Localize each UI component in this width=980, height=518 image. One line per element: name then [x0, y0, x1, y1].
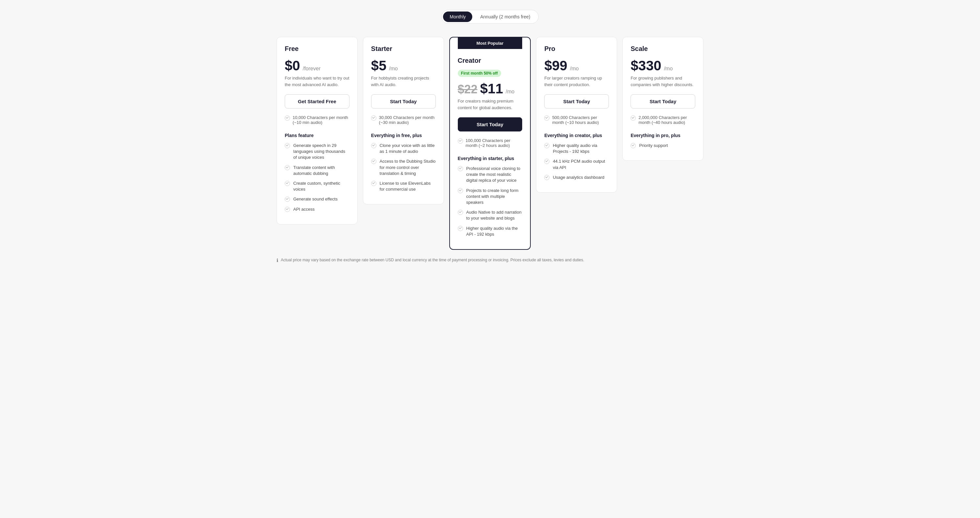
feature-check-starter-1 [371, 159, 376, 164]
price-original-creator: $22 [458, 83, 477, 96]
price-row-scale: $330/mo [630, 58, 695, 73]
plan-card-creator: Most PopularCreatorFirst month 50% off$2… [449, 37, 531, 250]
info-icon: ℹ [277, 258, 278, 263]
footnote: ℹ Actual price may vary based on the exc… [277, 258, 703, 263]
feature-item-pro-2: Usage analytics dashboard [544, 175, 609, 180]
feature-item-free-0: Generate speech in 29 languages using th… [285, 143, 350, 161]
characters-text-creator: 100,000 Characters per month (~2 hours a… [466, 138, 522, 148]
feature-check-pro-0 [544, 143, 549, 148]
feature-item-creator-2: Audio Native to add narration to your we… [458, 209, 522, 221]
plans-grid: Free$0/foreverFor individuals who want t… [277, 37, 703, 250]
feature-text-starter-2: License to use ElevenLabs for commercial… [380, 180, 436, 192]
feature-item-creator-3: Higher quality audio via the API - 192 k… [458, 225, 522, 237]
features-heading-free: Plans feature [285, 133, 350, 138]
price-period-free: /forever [303, 66, 321, 72]
plan-desc-scale: For growing publishers and companies wit… [630, 75, 695, 88]
price-creator: $11 [480, 81, 503, 97]
annually-toggle-btn[interactable]: Annually (2 months free) [474, 11, 537, 22]
plan-desc-free: For individuals who want to try out the … [285, 75, 350, 88]
feature-check-creator-0 [458, 166, 463, 171]
features-heading-creator: Everything in starter, plus [458, 156, 522, 161]
feature-item-pro-1: 44.1 kHz PCM audio output via API [544, 158, 609, 170]
feature-item-free-1: Translate content with automatic dubbing [285, 165, 350, 177]
feature-item-free-2: Create custom, synthetic voices [285, 180, 350, 192]
feature-text-free-2: Create custom, synthetic voices [293, 180, 350, 192]
feature-text-scale-0: Priority support [639, 143, 668, 148]
feature-item-starter-1: Access to the Dubbing Studio for more co… [371, 158, 436, 177]
characters-info-free: 10,000 Characters per month (~10 min aud… [285, 115, 350, 125]
feature-text-pro-2: Usage analytics dashboard [553, 175, 604, 180]
feature-text-free-0: Generate speech in 29 languages using th… [293, 143, 350, 161]
feature-text-starter-0: Clone your voice with as little as 1 min… [380, 143, 436, 155]
feature-check-creator-2 [458, 210, 463, 215]
plan-name-free: Free [285, 45, 350, 53]
plan-name-scale: Scale [630, 45, 695, 53]
cta-btn-free[interactable]: Get Started Free [285, 94, 350, 108]
feature-check-pro-1 [544, 159, 549, 164]
price-pro: $99 [544, 58, 567, 73]
cta-btn-starter[interactable]: Start Today [371, 94, 436, 108]
cta-btn-scale[interactable]: Start Today [630, 94, 695, 108]
features-heading-starter: Everything in free, plus [371, 133, 436, 138]
characters-info-scale: 2,000,000 Characters per month (~40 hour… [630, 115, 695, 125]
monthly-toggle-btn[interactable]: Monthly [443, 11, 472, 22]
feature-check-free-0 [285, 143, 290, 148]
feature-text-starter-1: Access to the Dubbing Studio for more co… [380, 158, 436, 177]
footnote-text: Actual price may vary based on the excha… [281, 258, 584, 262]
price-period-starter: /mo [389, 66, 398, 72]
feature-item-pro-0: Higher quality audio via Projects - 192 … [544, 143, 609, 155]
feature-item-starter-0: Clone your voice with as little as 1 min… [371, 143, 436, 155]
plan-name-creator: Creator [458, 57, 522, 64]
feature-item-creator-0: Professional voice cloning to create the… [458, 166, 522, 184]
check-icon-chars-pro [544, 115, 549, 121]
feature-check-free-3 [285, 196, 290, 202]
toggle-container: Monthly Annually (2 months free) [441, 10, 539, 24]
feature-item-free-3: Generate sound effects [285, 196, 350, 202]
features-heading-pro: Everything in creator, plus [544, 133, 609, 138]
check-icon-chars-free [285, 115, 290, 121]
check-icon-chars-scale [630, 115, 636, 121]
most-popular-badge: Most Popular [458, 37, 522, 49]
plan-card-scale: Scale$330/moFor growing publishers and c… [622, 37, 703, 161]
feature-item-scale-0: Priority support [630, 143, 695, 148]
plan-name-starter: Starter [371, 45, 436, 53]
characters-info-pro: 500,000 Characters per month (~10 hours … [544, 115, 609, 125]
feature-text-pro-1: 44.1 kHz PCM audio output via API [553, 158, 609, 170]
price-row-free: $0/forever [285, 58, 350, 73]
feature-check-starter-2 [371, 181, 376, 186]
price-row-creator: $22$11/mo [458, 81, 522, 97]
plan-card-starter: Starter$5/moFor hobbyists creating proje… [363, 37, 444, 204]
check-icon-chars-creator [458, 139, 463, 143]
price-period-pro: /mo [570, 66, 579, 72]
price-row-starter: $5/mo [371, 58, 436, 73]
plan-desc-pro: For larger creators ramping up their con… [544, 75, 609, 88]
feature-check-starter-0 [371, 143, 376, 148]
feature-item-creator-1: Projects to create long form content wit… [458, 188, 522, 206]
feature-text-free-3: Generate sound effects [293, 196, 337, 202]
discount-badge: First month 50% off [458, 70, 501, 77]
characters-text-pro: 500,000 Characters per month (~10 hours … [552, 115, 609, 125]
characters-info-creator: 100,000 Characters per month (~2 hours a… [458, 138, 522, 148]
feature-check-scale-0 [630, 143, 636, 148]
features-heading-scale: Everything in pro, plus [630, 133, 695, 138]
plan-desc-starter: For hobbyists creating projects with AI … [371, 75, 436, 88]
feature-check-pro-2 [544, 175, 549, 180]
price-free: $0 [285, 58, 300, 73]
characters-text-scale: 2,000,000 Characters per month (~40 hour… [638, 115, 695, 125]
characters-text-free: 10,000 Characters per month (~10 min aud… [293, 115, 350, 125]
price-period-creator: /mo [506, 89, 515, 95]
plan-name-pro: Pro [544, 45, 609, 53]
plan-desc-creator: For creators making premium content for … [458, 98, 522, 111]
feature-check-free-2 [285, 181, 290, 186]
feature-text-free-4: API access [293, 206, 315, 212]
characters-info-starter: 30,000 Characters per month (~30 min aud… [371, 115, 436, 125]
price-period-scale: /mo [664, 66, 673, 72]
feature-item-free-4: API access [285, 206, 350, 212]
price-scale: $330 [630, 58, 661, 73]
cta-btn-creator[interactable]: Start Today [458, 117, 522, 131]
cta-btn-pro[interactable]: Start Today [544, 94, 609, 108]
check-icon-chars-starter [371, 115, 376, 121]
feature-text-creator-2: Audio Native to add narration to your we… [466, 209, 522, 221]
plan-card-pro: Pro$99/moFor larger creators ramping up … [536, 37, 617, 193]
feature-check-creator-1 [458, 188, 463, 193]
